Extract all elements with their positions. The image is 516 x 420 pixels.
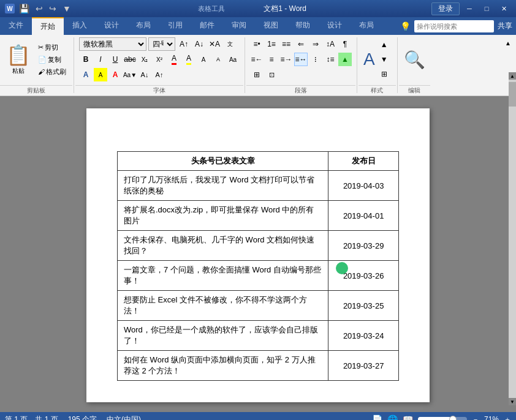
para-row-3: ⊞ ⊡ xyxy=(250,68,352,81)
font-color2[interactable]: A xyxy=(108,68,122,81)
styles-up[interactable]: ▲ xyxy=(378,38,391,51)
font-size-up2[interactable]: A xyxy=(197,53,210,66)
text-effect-button[interactable]: A xyxy=(79,68,93,81)
word-app-icon: W xyxy=(5,4,15,13)
zoom-in-button[interactable]: ＋ xyxy=(504,414,511,421)
edit-button[interactable]: 🔍 xyxy=(404,50,425,70)
divider-1 xyxy=(74,37,74,93)
line-spacing-button[interactable]: ↕≡ xyxy=(324,53,337,66)
styles-down[interactable]: ▼ xyxy=(378,53,391,66)
subscript-button[interactable]: X₂ xyxy=(138,53,151,66)
zoom-out-button[interactable]: － xyxy=(472,414,479,421)
para-mark-button[interactable]: ⊡ xyxy=(265,68,278,81)
title-bar-right: 登录 ─ □ ✕ xyxy=(431,2,511,15)
bold-button[interactable]: B xyxy=(79,53,93,66)
login-button[interactable]: 登录 xyxy=(431,2,460,15)
clear-format-button[interactable]: ✕A xyxy=(208,37,221,51)
font-size-dn2[interactable]: A xyxy=(211,53,225,66)
tab-references[interactable]: 引用 xyxy=(159,17,191,35)
tab-design[interactable]: 设计 xyxy=(96,17,127,35)
view-normal-btn[interactable]: 📄 xyxy=(372,414,382,420)
tab-home[interactable]: 开始 xyxy=(32,17,64,35)
row-title-6: 如何在 Word 纵向页面中添加横向页面，知乎 2 万人推荐这 2 个方法！ xyxy=(118,351,328,381)
tab-insert[interactable]: 插入 xyxy=(64,17,96,35)
tab-table-layout[interactable]: 布局 xyxy=(351,17,382,35)
show-marks-button[interactable]: ¶ xyxy=(338,37,352,51)
multilevel-list-button[interactable]: ≡≡ xyxy=(279,37,293,51)
tab-file[interactable]: 文件 xyxy=(0,17,32,35)
font-name-select[interactable]: 微软雅黑 xyxy=(79,37,146,51)
scroll-thumb[interactable] xyxy=(509,96,516,107)
shading-button[interactable]: ▲ xyxy=(338,53,352,66)
numbering-button[interactable]: 1≡ xyxy=(265,37,278,51)
format-paint-icon: 🖌 xyxy=(38,68,45,75)
cut-button[interactable]: ✂ 剪切 xyxy=(36,42,69,53)
underline-button[interactable]: U xyxy=(108,53,122,66)
font-shrink-button[interactable]: A↓ xyxy=(192,37,206,51)
quick-undo-btn[interactable]: ↩ xyxy=(34,4,45,13)
zoom-thumb[interactable] xyxy=(449,416,457,420)
tab-review[interactable]: 审阅 xyxy=(223,17,255,35)
column-button[interactable]: ⫶ xyxy=(309,53,322,66)
font-section: 微软雅黑 四号 A↑ A↓ ✕A 文 B I U abc X₂ xyxy=(75,35,243,96)
top-margin xyxy=(117,133,399,151)
divider-3 xyxy=(357,37,357,93)
zoom-slider[interactable] xyxy=(418,417,467,420)
sort-button[interactable]: ↕A xyxy=(324,37,337,51)
share-button[interactable]: 共享 xyxy=(498,21,512,31)
scroll-down-button[interactable]: ▼ xyxy=(509,398,516,405)
text-highlight2[interactable]: A xyxy=(94,68,107,81)
align-center-button[interactable]: ≡ xyxy=(265,53,278,66)
close-button[interactable]: ✕ xyxy=(496,3,511,14)
clipboard-section: 📋 粘贴 ✂ 剪切 📄 复制 🖌 格式刷 xyxy=(0,35,72,96)
justify-button[interactable]: ≡↔ xyxy=(294,53,308,66)
decrease-indent-button[interactable]: ⇐ xyxy=(294,37,308,51)
status-left: 第 1 页，共 1 页 195 个字 中文(中国) xyxy=(5,414,141,421)
quick-custom-btn[interactable]: ▼ xyxy=(61,4,73,13)
clipboard-mini-buttons: ✂ 剪切 📄 复制 🖌 格式刷 xyxy=(36,42,69,78)
styles-button[interactable]: A xyxy=(363,50,375,69)
increase-indent-button[interactable]: ⇒ xyxy=(309,37,322,51)
border-button[interactable]: ⊞ xyxy=(250,68,264,81)
font-shrink2[interactable]: A↓ xyxy=(138,68,151,81)
font-size-select[interactable]: 四号 xyxy=(148,37,175,51)
minimize-button[interactable]: ─ xyxy=(462,3,477,14)
table-row: Word，你已经是一个成熟的软件了，应该学会自己排版了！ 2019-03-24 xyxy=(118,321,399,351)
view-read-btn[interactable]: 📖 xyxy=(403,414,413,420)
para-row-2: ≡← ≡ ≡→ ≡↔ ⫶ ↕≡ ▲ xyxy=(250,53,352,66)
tab-help[interactable]: 帮助 xyxy=(287,17,319,35)
tab-layout[interactable]: 布局 xyxy=(127,17,159,35)
strikethrough-button[interactable]: abc xyxy=(123,53,137,66)
change-case-button[interactable]: Aa xyxy=(226,53,240,66)
font-row-2: B I U abc X₂ X² A A A A Aa xyxy=(79,53,240,66)
align-right-button[interactable]: ≡→ xyxy=(279,53,293,66)
restore-button[interactable]: □ xyxy=(479,3,494,14)
vertical-scrollbar[interactable]: ▲ ▼ xyxy=(509,96,516,405)
divider-2 xyxy=(245,37,245,93)
wubi-button[interactable]: 文 xyxy=(223,37,237,51)
font-grow2[interactable]: A↑ xyxy=(153,68,166,81)
styles-nav: ▲ ▼ ⊞ xyxy=(378,38,391,81)
format-paint-button[interactable]: 🖌 格式刷 xyxy=(36,66,69,78)
row-title-2: 文件未保存、电脑死机、几千字的 Word 文档如何快速找回？ xyxy=(118,231,328,261)
tab-mailings[interactable]: 邮件 xyxy=(191,17,223,35)
quick-save-btn[interactable]: 💾 xyxy=(17,4,31,13)
char-spacing[interactable]: Aa▼ xyxy=(123,68,137,81)
paste-button[interactable]: 📋 粘贴 xyxy=(4,43,33,75)
align-left-button[interactable]: ≡← xyxy=(250,53,264,66)
font-color-button[interactable]: A xyxy=(167,53,181,66)
tab-table-design[interactable]: 设计 xyxy=(319,17,351,35)
italic-button[interactable]: I xyxy=(94,53,107,66)
styles-more[interactable]: ⊞ xyxy=(378,67,391,81)
tab-view[interactable]: 视图 xyxy=(255,17,287,35)
highlight-button[interactable]: A xyxy=(182,53,195,66)
help-search-input[interactable] xyxy=(414,20,494,32)
row-title-4: 想要防止 Excel 文件不被修改，你不得不学这两个方法！ xyxy=(118,291,328,321)
collapse-ribbon-button[interactable]: ▲ xyxy=(501,36,515,50)
view-web-btn[interactable]: 🌐 xyxy=(387,414,398,420)
quick-redo-btn[interactable]: ↪ xyxy=(47,4,58,13)
font-grow-button[interactable]: A↑ xyxy=(177,37,191,51)
copy-button[interactable]: 📄 复制 xyxy=(36,54,69,66)
superscript-button[interactable]: X² xyxy=(153,53,166,66)
bullets-button[interactable]: ≡• xyxy=(250,37,264,51)
